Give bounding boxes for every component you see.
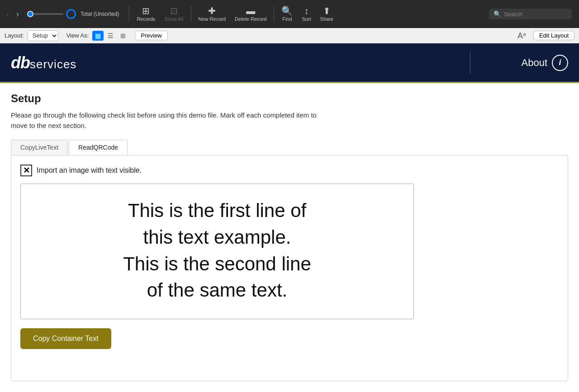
checkbox-row: ✕ Import an image with text visible. xyxy=(20,165,559,176)
total-label: Total (Unsorted) xyxy=(81,11,119,17)
about-info-icon[interactable]: i xyxy=(552,55,568,71)
share-icon: ⬆ xyxy=(323,6,331,15)
sort-label: Sort xyxy=(302,16,311,22)
image-text-display: This is the first line of this text exam… xyxy=(30,198,404,304)
page-title: Setup xyxy=(11,92,568,105)
delete-record-label: Delete Record xyxy=(235,16,266,22)
sort-icon: ↕ xyxy=(304,6,309,15)
main-content: Setup Please go through the following ch… xyxy=(0,83,579,392)
header-divider xyxy=(470,52,470,74)
show-all-label: Show All xyxy=(164,16,183,22)
image-container: This is the first line of this text exam… xyxy=(20,184,414,319)
about-label: About xyxy=(522,57,548,69)
view-icons: ▦ ☰ ⊞ xyxy=(92,31,128,41)
toolbar: ‹ › Total (Unsorted) ⊞ Records ⊡ Show Al… xyxy=(0,0,579,28)
delete-record-button[interactable]: ▬ Delete Record xyxy=(235,6,266,22)
tab-copy-live-text[interactable]: CopyLiveText xyxy=(11,140,68,155)
nav-back-button[interactable]: ‹ xyxy=(4,8,12,20)
search-icon: 🔍 xyxy=(494,10,501,18)
view-table-button[interactable]: ⊞ xyxy=(118,31,128,41)
edit-layout-button[interactable]: Edit Layout xyxy=(533,31,574,40)
font-size-icon[interactable]: Aᵃ xyxy=(517,31,526,41)
copy-container-text-button[interactable]: Copy Container Text xyxy=(20,328,111,349)
view-as-label: View As: xyxy=(66,32,89,39)
sort-button[interactable]: ↕ Sort xyxy=(302,6,311,22)
new-record-icon: ✚ xyxy=(208,6,216,15)
records-label: Records xyxy=(137,16,155,22)
search-input[interactable] xyxy=(504,11,567,18)
show-all-button[interactable]: ⊡ Show All xyxy=(164,6,183,22)
share-button[interactable]: ⬆ Share xyxy=(320,6,333,22)
image-line1: This is the first line of xyxy=(128,200,306,221)
records-button[interactable]: ⊞ Records xyxy=(137,6,155,22)
page-description: Please go through the following check li… xyxy=(11,110,327,131)
progress-indicator xyxy=(66,9,76,19)
image-line3: This is the second line xyxy=(123,253,311,274)
view-list-button[interactable]: ☰ xyxy=(105,31,116,41)
view-form-button[interactable]: ▦ xyxy=(92,31,104,41)
checkbox-import-label: Import an image with text visible. xyxy=(37,166,142,175)
about-area[interactable]: About i xyxy=(522,55,569,71)
logo-db: db xyxy=(11,53,30,72)
tab-read-qr-code[interactable]: ReadQRCode xyxy=(69,140,128,155)
layout-select[interactable]: Setup xyxy=(28,30,58,41)
nav-buttons: ‹ › xyxy=(4,8,22,20)
share-label: Share xyxy=(320,16,333,22)
preview-button[interactable]: Preview xyxy=(135,31,167,40)
header-banner: dbservices About i xyxy=(0,43,579,83)
new-record-label: New Record xyxy=(199,16,226,22)
tabs: CopyLiveText ReadQRCode xyxy=(11,140,568,155)
new-record-button[interactable]: ✚ New Record xyxy=(199,6,226,22)
find-icon: 🔍 xyxy=(281,6,293,15)
image-line2: this text example. xyxy=(143,227,291,248)
image-line4: of the same text. xyxy=(147,279,288,301)
find-button[interactable]: 🔍 Find xyxy=(281,6,293,22)
nav-forward-button[interactable]: › xyxy=(14,8,22,20)
layout-label: Layout: xyxy=(5,32,24,39)
show-all-icon: ⊡ xyxy=(170,6,178,15)
delete-record-icon: ▬ xyxy=(246,6,255,15)
checkbox-import-image[interactable]: ✕ xyxy=(20,165,32,176)
records-icon: ⊞ xyxy=(142,6,150,15)
layout-bar: Layout: Setup View As: ▦ ☰ ⊞ Preview Aᵃ … xyxy=(0,28,579,43)
search-bar: 🔍 xyxy=(489,9,572,19)
logo: dbservices xyxy=(11,53,76,72)
find-label: Find xyxy=(282,16,292,22)
tab-panel: ✕ Import an image with text visible. Thi… xyxy=(11,155,568,381)
logo-services: services xyxy=(30,57,76,71)
